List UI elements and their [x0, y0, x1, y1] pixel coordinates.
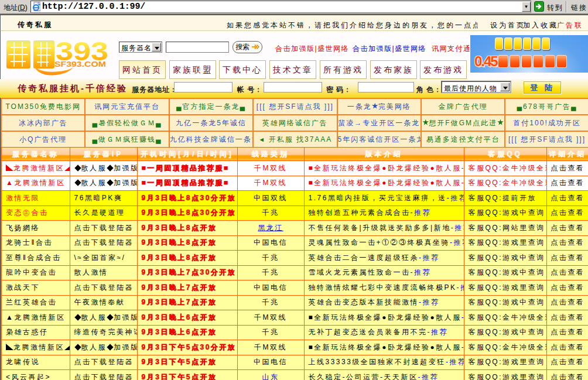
svg-text:SF393.COM: SF393.COM [54, 60, 106, 69]
